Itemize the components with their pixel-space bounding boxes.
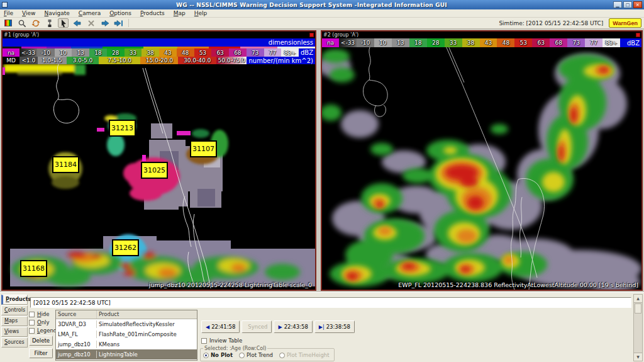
product-option-checkboxes: Hide Only Legend — [29, 311, 57, 336]
colorbar-cell: -10 — [357, 38, 374, 47]
inview-table-checkbox[interactable]: Inview Table — [201, 337, 242, 344]
colorbar-cell: 83+ — [602, 38, 620, 47]
option-checkbox[interactable]: Hide — [29, 311, 57, 317]
map-panel-2: #2 (group 'A') na <-33 -10 10 — [321, 30, 643, 291]
color-table-icon[interactable] — [3, 18, 13, 28]
storm-id-label[interactable]: 31262 — [112, 239, 139, 256]
colorbar-cell: 10 — [374, 38, 392, 47]
colorbar-na-cell: na — [322, 38, 339, 47]
loop-icon[interactable] — [30, 18, 41, 28]
cancel-icon[interactable] — [86, 18, 96, 28]
side-tab[interactable]: Maps — [1, 316, 28, 326]
cell-source: jump_dbz10 — [56, 351, 96, 358]
colorbar-cell: 63 — [532, 38, 550, 47]
scrollbar-thumb[interactable] — [635, 303, 641, 314]
time-button[interactable]: ◀ 22:41:58 — [201, 320, 240, 333]
menu-item[interactable]: Products — [140, 10, 165, 16]
table-row[interactable]: 3DVAR_D3 SimulatedReflectivityKessler — [56, 319, 197, 329]
storm-id-label[interactable]: 31025 — [141, 162, 168, 179]
side-tab[interactable]: Controls — [1, 305, 28, 315]
colorbar-cell: 13 — [392, 38, 409, 47]
option-checkbox[interactable]: Only — [29, 319, 57, 325]
step-forward-icon[interactable] — [99, 18, 110, 28]
scroll-up-icon[interactable]: ▲ — [634, 295, 642, 303]
delete-button[interactable]: Delete — [29, 336, 53, 346]
window-title: WG -- NSSL/CIMMS Warning Decision Suppor… — [10, 2, 613, 8]
minimize-button[interactable]: ▁ — [613, 1, 622, 8]
storm-id-text: 31213 — [111, 124, 133, 132]
storm-id-label[interactable]: 31213 — [109, 120, 136, 137]
plot-radio[interactable]: No Plot — [203, 352, 233, 358]
time-button[interactable]: ▶ 22:43:58 — [274, 320, 312, 333]
panel1-status-text: jump_dbz10 20120515-224258 LightningTabl… — [149, 281, 312, 288]
panel2-dbz-colorbar: na <-33 -10 10 13 — [322, 38, 641, 47]
product-table: Source Product 3DVAR_D3 SimulatedReflect… — [55, 310, 197, 361]
menu-item[interactable]: Navigate — [44, 10, 69, 16]
side-tab[interactable]: Views — [1, 327, 28, 337]
storm-id-label[interactable]: 31107 — [190, 140, 217, 157]
filter-button[interactable]: Filter — [29, 348, 53, 358]
panel2-header: #2 (group 'A') — [322, 31, 641, 38]
storm-id-text: 31184 — [55, 161, 77, 169]
cell-product: KMeans — [96, 341, 197, 348]
cell-source: 3DVAR_D3 — [56, 320, 96, 328]
colorbar-cell: 18 — [409, 38, 427, 47]
product-table-header: Source Product — [56, 310, 197, 319]
colorbar-cell: <1.0 — [19, 57, 38, 64]
menu-item[interactable]: File — [4, 10, 13, 16]
time-button[interactable]: Synced — [242, 320, 272, 333]
panel1-map[interactable]: 31213 31184 31025 31107 3126 — [3, 64, 315, 290]
md-label-cell: MD — [3, 57, 19, 64]
jump-forward-icon[interactable] — [113, 18, 124, 28]
storm-id-label[interactable]: 31184 — [52, 156, 79, 173]
window-icon — [2, 2, 8, 8]
storm-id-text: 31262 — [114, 244, 136, 252]
menu-item[interactable]: Map — [174, 10, 186, 16]
colorbar-cell: 43 — [480, 38, 497, 47]
timestamp-field[interactable] — [30, 297, 631, 308]
warngen-button[interactable]: WarnGen — [609, 18, 641, 28]
panel2-marker-icon[interactable] — [636, 33, 640, 37]
storm-id-label[interactable]: 31168 — [20, 260, 47, 277]
colorbar-cell: 77 — [585, 38, 602, 47]
toolbar: Simtime: [2012 05/15 22:42:58 UTC] WarnG… — [0, 18, 644, 29]
menu-item[interactable]: Help — [194, 10, 208, 16]
plot-radio[interactable]: Plot TimeHeight — [279, 352, 330, 358]
checkbox-label: Legend — [37, 327, 57, 334]
panel1-dbz-colorbar: na <-33 -10 10 13 — [3, 48, 315, 57]
option-checkbox[interactable]: Legend — [29, 327, 57, 334]
swap-icon[interactable] — [44, 18, 55, 28]
colorbar-unit-label: dBZ — [299, 48, 315, 57]
menu-item[interactable]: Options — [109, 10, 131, 16]
menu-item[interactable]: View — [22, 10, 35, 16]
zoom-icon[interactable] — [16, 18, 27, 28]
selected-group-label: Selected: :Age (Row:Col) — [203, 346, 267, 351]
column-header-source: Source — [56, 310, 96, 319]
table-row[interactable]: jump_dbz10 KMeans — [56, 339, 197, 349]
plot-radio[interactable]: Plot Trend — [239, 352, 273, 358]
table-row[interactable]: LMA_FL FlashRate_001minComposite — [56, 329, 197, 339]
checkbox-icon — [29, 312, 35, 317]
cell-product: LightningTable — [96, 351, 197, 358]
colorbar-cell: 33 — [445, 38, 462, 47]
maximize-button[interactable]: □ — [623, 1, 632, 8]
colorbar-unit-label: number/(min km^2) — [247, 57, 315, 64]
side-tab[interactable]: Products — [1, 295, 28, 305]
side-tab[interactable]: Sources — [1, 337, 28, 348]
table-row[interactable]: jump_dbz10 LightningTable — [56, 349, 197, 359]
panel2-status-text: EWP_FL 20120515-224238.836 ReflectivityA… — [398, 281, 638, 288]
panel1-dimensionless-colorbar: dimensionless — [3, 38, 315, 47]
colorbar-cell: 38 — [462, 38, 480, 47]
panel1-header: #1 (group 'A') — [3, 31, 315, 38]
bottom-scrollbar[interactable]: ▲ ▼ — [633, 294, 643, 361]
panel2-map[interactable]: EWP_FL 20120515-224238.836 ReflectivityA… — [322, 47, 641, 290]
radio-icon — [203, 353, 209, 358]
step-back-icon[interactable] — [72, 18, 82, 28]
panel1-marker-icon[interactable] — [309, 33, 314, 37]
time-button[interactable]: ▶| 23:38:58 — [314, 320, 355, 333]
close-button[interactable]: ✕ — [633, 1, 642, 8]
scroll-down-icon[interactable]: ▼ — [634, 353, 642, 361]
colorbar-na-cell: na — [3, 48, 19, 57]
pointer-icon[interactable] — [58, 18, 69, 28]
menu-item[interactable]: Camera — [79, 10, 101, 16]
